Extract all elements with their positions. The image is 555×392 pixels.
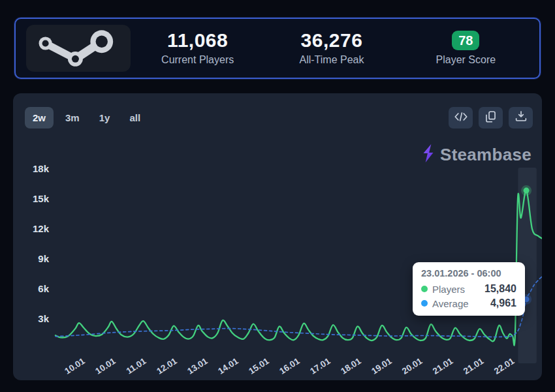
svg-text:9k: 9k bbox=[38, 253, 49, 264]
svg-text:10.01: 10.01 bbox=[93, 355, 118, 376]
range-button-2w[interactable]: 2w bbox=[25, 107, 54, 128]
svg-text:17.01: 17.01 bbox=[308, 355, 332, 376]
steam-logo-tile[interactable] bbox=[26, 25, 131, 72]
range-button-all[interactable]: all bbox=[121, 107, 148, 128]
svg-text:12.01: 12.01 bbox=[155, 355, 179, 376]
current-players-value: 11,068 bbox=[167, 31, 228, 50]
svg-text:22.01: 22.01 bbox=[492, 355, 516, 376]
svg-text:18.01: 18.01 bbox=[339, 355, 363, 376]
embed-code-icon bbox=[454, 112, 468, 124]
svg-text:18k: 18k bbox=[33, 163, 50, 174]
tooltip-players-label: Players bbox=[432, 284, 465, 295]
all-time-peak-value: 36,276 bbox=[301, 31, 363, 50]
steam-icon bbox=[29, 25, 127, 71]
tooltip-timestamp: 23.01.2026 - 06:00 bbox=[421, 268, 516, 279]
svg-text:11.01: 11.01 bbox=[125, 356, 148, 376]
svg-text:21.01: 21.01 bbox=[462, 355, 486, 376]
range-button-3m[interactable]: 3m bbox=[57, 107, 87, 128]
svg-text:10.01: 10.01 bbox=[63, 355, 87, 376]
svg-text:19.01: 19.01 bbox=[370, 355, 394, 376]
embed-code-button[interactable] bbox=[449, 107, 473, 128]
players-dot-icon bbox=[421, 286, 428, 292]
svg-text:3k: 3k bbox=[38, 313, 49, 324]
chart-panel: 2w 3m 1y all bbox=[13, 93, 542, 380]
time-range-group: 2w 3m 1y all bbox=[25, 107, 148, 128]
player-score-stat: 78 Player Score bbox=[399, 31, 533, 66]
copy-button[interactable] bbox=[479, 107, 503, 128]
player-score-label: Player Score bbox=[436, 54, 496, 66]
svg-text:12k: 12k bbox=[33, 223, 50, 234]
game-stats-card: 11,068 Current Players 36,276 All-Time P… bbox=[14, 18, 541, 79]
tooltip-average-value: 4,961 bbox=[490, 297, 516, 309]
player-score-badge: 78 bbox=[452, 31, 479, 50]
svg-text:21.01: 21.01 bbox=[431, 355, 455, 376]
player-chart-area[interactable]: 3k6k9k12k15k18k10.0110.0111.0112.0113.01… bbox=[20, 160, 542, 376]
download-button[interactable] bbox=[509, 107, 533, 128]
range-button-1y[interactable]: 1y bbox=[91, 107, 118, 128]
svg-text:14.01: 14.01 bbox=[216, 355, 240, 376]
average-dot-icon bbox=[421, 300, 428, 307]
svg-text:16.01: 16.01 bbox=[278, 355, 302, 376]
tooltip-average-row: Average 4,961 bbox=[421, 297, 516, 309]
chart-tools bbox=[449, 107, 533, 128]
all-time-peak-label: All-Time Peak bbox=[300, 54, 364, 66]
chart-toolbar: 2w 3m 1y all bbox=[25, 106, 533, 128]
tooltip-players-value: 15,840 bbox=[484, 283, 516, 295]
current-players-label: Current Players bbox=[161, 54, 234, 66]
svg-text:20.01: 20.01 bbox=[400, 355, 424, 376]
svg-text:15.01: 15.01 bbox=[247, 355, 271, 376]
svg-text:15k: 15k bbox=[33, 193, 50, 204]
stats-row: 11,068 Current Players 36,276 All-Time P… bbox=[131, 31, 533, 66]
copy-icon bbox=[485, 111, 496, 125]
svg-text:6k: 6k bbox=[38, 283, 49, 294]
chart-tooltip: 23.01.2026 - 06:00 Players 15,840 Averag… bbox=[413, 262, 525, 316]
download-icon bbox=[515, 111, 527, 124]
tooltip-players-row: Players 15,840 bbox=[421, 283, 516, 295]
all-time-peak-stat: 36,276 All-Time Peak bbox=[264, 31, 398, 66]
current-players-stat: 11,068 Current Players bbox=[131, 31, 264, 66]
tooltip-average-label: Average bbox=[432, 298, 469, 309]
svg-text:13.01: 13.01 bbox=[185, 355, 210, 376]
